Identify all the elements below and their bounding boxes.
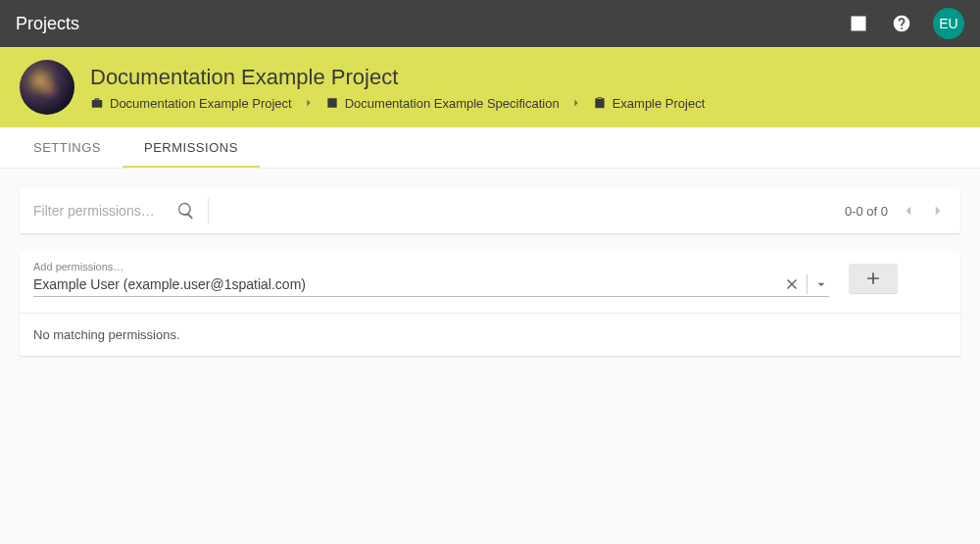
add-permissions-input[interactable] [33,276,783,292]
breadcrumbs: Documentation Example Project Documentat… [90,96,705,111]
bar-chart-icon[interactable] [847,12,870,35]
tab-permissions[interactable]: PERMISSIONS [122,127,260,168]
user-avatar[interactable]: EU [933,8,964,39]
project-title: Documentation Example Project [90,65,705,90]
dropdown-toggle-icon[interactable] [813,276,829,292]
add-permissions-field: Add permissions… [33,261,829,297]
project-avatar [20,60,74,115]
chevron-right-icon [302,96,316,110]
breadcrumb-item-example[interactable]: Example Project [593,96,706,111]
add-button[interactable] [849,264,898,293]
breadcrumb-label: Documentation Example Project [110,96,292,111]
add-permissions-card: Add permissions… No matching permissions… [20,251,960,356]
clear-input-icon[interactable] [783,275,801,293]
breadcrumb-item-project[interactable]: Documentation Example Project [90,96,292,111]
add-permissions-label: Add permissions… [33,261,829,272]
plus-icon [863,269,883,288]
briefcase-icon [90,96,104,110]
empty-state-text: No matching permissions. [20,313,960,356]
help-icon[interactable] [890,12,913,35]
chevron-right-icon [569,96,583,110]
prev-page-button[interactable] [900,202,917,220]
search-icon[interactable] [176,201,196,221]
breadcrumb-label: Documentation Example Specification [345,96,560,111]
divider [807,274,808,294]
pagination: 0-0 of 0 [845,202,947,220]
breadcrumb-item-specification[interactable]: Documentation Example Specification [325,96,560,111]
pagination-range: 0-0 of 0 [845,204,888,219]
filter-card: 0-0 of 0 [20,188,960,233]
tab-settings[interactable]: SETTINGS [12,127,122,168]
project-header: Documentation Example Project Documentat… [0,47,980,127]
next-page-button[interactable] [929,202,947,220]
specification-icon [325,96,339,110]
clipboard-icon [593,96,607,110]
content-area: 0-0 of 0 Add permissions… [0,169,980,393]
top-app-bar: Projects EU [0,0,980,47]
tab-bar: SETTINGS PERMISSIONS [0,127,980,169]
filter-permissions-input[interactable] [33,203,171,219]
app-title: Projects [16,14,79,34]
divider [208,198,209,223]
breadcrumb-label: Example Project [612,96,706,111]
